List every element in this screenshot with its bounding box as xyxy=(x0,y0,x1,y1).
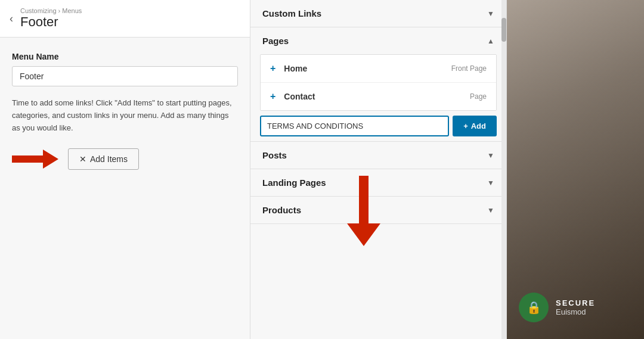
add-items-section: ✕ Add Items xyxy=(12,148,238,170)
page-title: Footer xyxy=(20,14,82,30)
section-pages-header[interactable]: Pages ▲ xyxy=(250,27,506,54)
contact-item-name: Contact xyxy=(284,92,470,101)
section-landing-pages-title: Landing Pages xyxy=(262,178,326,188)
section-pages-title: Pages xyxy=(262,36,289,46)
secure-text-area: SECURE Euismod xyxy=(556,298,595,316)
secure-badge: 🔒 SECURE Euismod xyxy=(519,293,595,322)
chevron-down-icon: ▼ xyxy=(487,151,494,160)
instructions-text: Time to add some links! Click "Add Items… xyxy=(12,97,238,134)
breadcrumb-area: Customizing › Menus Footer xyxy=(20,7,82,30)
add-items-label: Add Items xyxy=(90,154,128,164)
svg-marker-0 xyxy=(12,150,58,169)
chevron-up-icon: ▲ xyxy=(487,37,494,45)
pages-items-list: + Home Front Page + Contact Page xyxy=(260,54,497,111)
section-landing-pages-header[interactable]: Landing Pages ▼ xyxy=(250,169,506,196)
home-item-badge: Front Page xyxy=(451,64,487,73)
list-item: + Home Front Page xyxy=(261,55,496,83)
section-landing-pages: Landing Pages ▼ xyxy=(250,169,506,197)
section-products: Products ▼ xyxy=(250,197,506,224)
sidebar-header: ‹ Customizing › Menus Footer xyxy=(0,0,250,38)
pages-search-row: + Add xyxy=(260,116,497,136)
lock-icon: 🔒 xyxy=(519,293,549,322)
section-posts-title: Posts xyxy=(262,150,287,160)
menu-name-label: Menu Name xyxy=(12,52,238,61)
right-panel: Custom Links ▼ Pages ▲ + Home Front Page… xyxy=(250,0,644,339)
add-button-label: Add xyxy=(471,122,486,130)
menu-name-input[interactable] xyxy=(12,66,238,86)
add-contact-button[interactable]: + xyxy=(270,91,275,102)
sidebar-panel: ‹ Customizing › Menus Footer Menu Name T… xyxy=(0,0,250,339)
home-item-name: Home xyxy=(284,64,451,73)
section-custom-links: Custom Links ▼ xyxy=(250,0,506,27)
section-custom-links-header[interactable]: Custom Links ▼ xyxy=(250,0,506,27)
background-image-area: 🔒 SECURE Euismod xyxy=(507,0,644,339)
plus-icon: + xyxy=(463,122,468,130)
list-item: + Contact Page xyxy=(261,83,496,110)
section-products-header[interactable]: Products ▼ xyxy=(250,197,506,223)
secure-sub: Euismod xyxy=(556,307,595,316)
secure-label: SECURE xyxy=(556,298,595,307)
section-products-title: Products xyxy=(262,205,301,215)
menu-items-panel: Custom Links ▼ Pages ▲ + Home Front Page… xyxy=(250,0,507,339)
scrollbar-thumb[interactable] xyxy=(501,18,506,42)
pages-search-input[interactable] xyxy=(260,116,449,136)
add-items-button[interactable]: ✕ Add Items xyxy=(68,148,139,170)
add-home-button[interactable]: + xyxy=(270,63,275,74)
section-posts-header[interactable]: Posts ▼ xyxy=(250,142,506,169)
sidebar-content: Menu Name Time to add some links! Click … xyxy=(0,38,250,339)
back-button[interactable]: ‹ xyxy=(10,13,13,25)
chevron-down-icon: ▼ xyxy=(487,206,494,214)
contact-item-badge: Page xyxy=(470,92,487,101)
arrow-right-indicator xyxy=(12,148,60,170)
scrollbar-track[interactable] xyxy=(501,0,506,339)
section-pages: Pages ▲ + Home Front Page + Contact Page xyxy=(250,27,506,142)
pages-add-button[interactable]: + Add xyxy=(453,116,497,136)
section-custom-links-title: Custom Links xyxy=(262,8,321,18)
chevron-down-icon: ▼ xyxy=(487,10,494,18)
section-posts: Posts ▼ xyxy=(250,142,506,169)
chevron-down-icon: ▼ xyxy=(487,179,494,187)
breadcrumb: Customizing › Menus xyxy=(20,7,82,14)
x-icon: ✕ xyxy=(79,154,86,164)
